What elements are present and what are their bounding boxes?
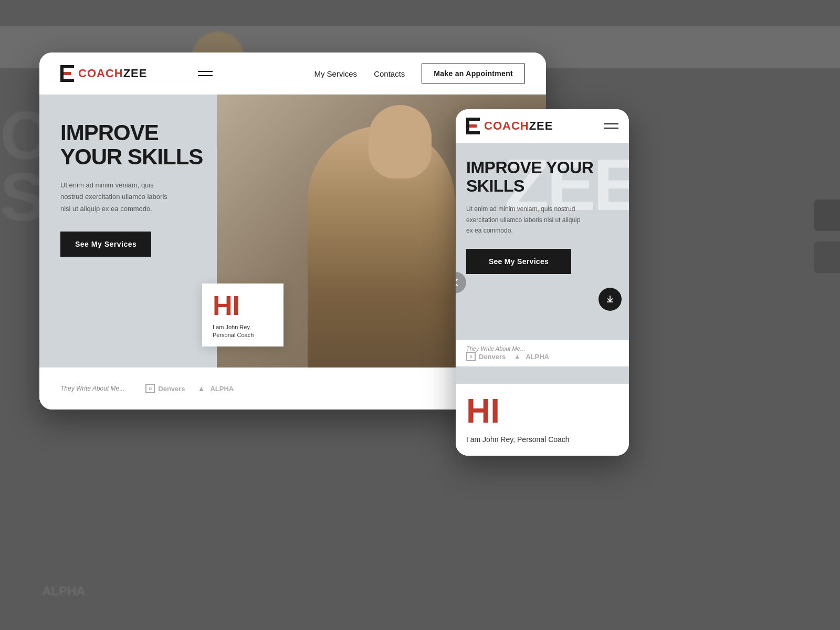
mobile-wrote-label: They Write About Me... <box>466 345 618 352</box>
mobile-logo[interactable]: COACHZEE <box>466 118 553 134</box>
mobile-hi-description: I am John Rey, Personal Coach <box>466 434 618 445</box>
mobile-logo-text: COACHZEE <box>484 119 553 133</box>
desktop-see-services-button[interactable]: See My Services <box>60 232 151 257</box>
desktop-navbar: COACHZEE My Services Contacts Make an Ap… <box>39 52 546 94</box>
desktop-hero-title: IMPROVE YOUR SKILLS <box>60 121 218 169</box>
desktop-logo-text: COACHZEE <box>78 67 147 80</box>
desktop-hi-description: I am John Rey, Personal Coach <box>213 323 273 340</box>
desktop-wrote-label: They Write About Me... <box>60 385 124 392</box>
mobile-logo-c-icon <box>466 118 480 134</box>
mobile-card: COACHZEE ZEE IMPROVE YOUR SKILLS Ut enim… <box>456 109 629 456</box>
mobile-download-button[interactable] <box>598 288 622 311</box>
mobile-denvers-icon: D <box>466 352 476 361</box>
svg-rect-4 <box>466 118 469 134</box>
logo-c-icon <box>60 65 74 82</box>
svg-rect-1 <box>64 65 74 68</box>
svg-rect-6 <box>469 124 477 128</box>
mobile-brand-denvers: D Denvers <box>466 352 506 361</box>
mobile-hero-content: IMPROVE YOUR SKILLS Ut enim ad minim ven… <box>466 159 618 274</box>
desktop-brand-alpha: ▲ ALPHA <box>198 384 234 393</box>
svg-rect-2 <box>64 72 71 75</box>
nav-link-contacts[interactable]: Contacts <box>374 69 405 78</box>
mobile-alpha-icon: ▲ <box>514 353 520 360</box>
desktop-hi-card: HI I am John Rey, Personal Coach <box>202 284 284 346</box>
svg-rect-0 <box>60 65 64 82</box>
mobile-hi-greeting: HI <box>466 394 618 428</box>
nav-link-my-services[interactable]: My Services <box>314 69 357 78</box>
desktop-hero-content: IMPROVE YOUR SKILLS Ut enim ad minim ven… <box>60 121 218 257</box>
alpha-triangle-icon: ▲ <box>198 384 205 393</box>
mobile-brand-logos: D Denvers ▲ ALPHA <box>466 352 618 361</box>
desktop-brand-denvers: D Denvers <box>145 384 185 393</box>
mobile-hero-description: Ut enim ad minim veniam, quis nostrud ex… <box>466 204 587 236</box>
mobile-see-services-button[interactable]: See My Services <box>466 249 571 274</box>
svg-rect-3 <box>64 79 74 82</box>
desktop-logo[interactable]: COACHZEE <box>60 65 147 82</box>
denvers-icon: D <box>145 384 155 393</box>
mobile-hamburger[interactable] <box>604 123 618 129</box>
desktop-hero-description: Ut enim ad minim veniam, quis nostrud ex… <box>60 180 176 214</box>
mobile-bottom-bar: They Write About Me... D Denvers ▲ ALPHA <box>456 340 629 366</box>
svg-rect-5 <box>469 118 480 121</box>
desktop-hamburger[interactable] <box>198 71 213 76</box>
desktop-hi-greeting: HI <box>213 292 273 319</box>
mobile-hero: ZEE IMPROVE YOUR SKILLS Ut enim ad minim… <box>456 143 629 456</box>
desktop-appointment-button[interactable]: Make an Appointment <box>422 64 525 83</box>
mobile-brand-alpha: ▲ ALPHA <box>514 353 549 361</box>
svg-rect-7 <box>469 131 480 134</box>
desktop-nav-links: My Services Contacts Make an Appointment <box>314 64 525 83</box>
desktop-brand-logos: D Denvers ▲ ALPHA <box>145 384 234 393</box>
mobile-hero-title: IMPROVE YOUR SKILLS <box>466 159 618 195</box>
mobile-hi-card: HI I am John Rey, Personal Coach <box>456 384 629 456</box>
mobile-navbar: COACHZEE <box>456 109 629 143</box>
